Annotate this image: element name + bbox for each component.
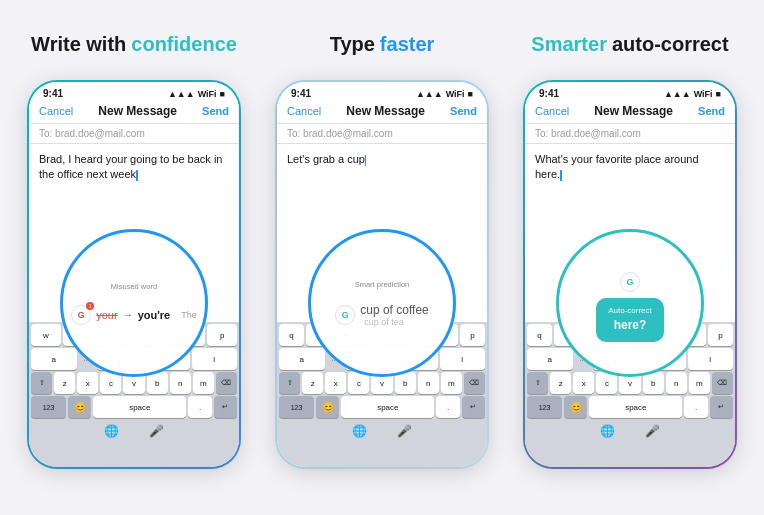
key-emoji-2[interactable]: 😊: [316, 396, 339, 418]
key-n3[interactable]: n: [666, 372, 687, 394]
key-return-2[interactable]: ↵: [462, 396, 485, 418]
autocorrect-bubble: Auto-correct here?: [596, 298, 664, 342]
key-n1[interactable]: n: [170, 372, 191, 394]
key-return-1[interactable]: ↵: [214, 396, 237, 418]
panel-faster: Type faster 9:41 ▲▲▲ WiFi ■ Cancel New M…: [263, 18, 501, 469]
cursor-1: [136, 170, 138, 181]
key-n2[interactable]: n: [418, 372, 439, 394]
send-btn-2[interactable]: Send: [450, 105, 477, 117]
status-bar-2: 9:41 ▲▲▲ WiFi ■: [277, 82, 487, 101]
circle-overlay-2: Smart prediction G cup of coffee cup of …: [308, 229, 456, 377]
key-q2[interactable]: q: [279, 324, 304, 346]
cancel-btn-3[interactable]: Cancel: [535, 105, 569, 117]
globe-icon-2[interactable]: 🌐: [352, 424, 367, 438]
status-icons-2: ▲▲▲ WiFi ■: [416, 89, 473, 99]
key-l2[interactable]: l: [440, 348, 486, 370]
key-w[interactable]: w: [31, 324, 61, 346]
mic-icon-2[interactable]: 🎤: [397, 424, 412, 438]
key-x3[interactable]: x: [573, 372, 594, 394]
key-return-3[interactable]: ↵: [710, 396, 733, 418]
key-a1[interactable]: a: [31, 348, 77, 370]
key-del-3[interactable]: ⌫: [712, 372, 733, 394]
key-m1[interactable]: m: [193, 372, 214, 394]
panel-autocorrect: Smarter auto-correct 9:41 ▲▲▲ WiFi ■ Can…: [511, 18, 749, 469]
key-shift-1[interactable]: ⇧: [31, 372, 52, 394]
wrong-word-1: your: [96, 309, 117, 321]
key-emoji-1[interactable]: 😊: [68, 396, 91, 418]
to-field-1: To: brad.doe@mail.com: [29, 124, 239, 144]
key-emoji-3[interactable]: 😊: [564, 396, 587, 418]
battery-icon-3: ■: [716, 89, 721, 99]
globe-icon-1[interactable]: 🌐: [104, 424, 119, 438]
wifi-icon-1: WiFi: [198, 89, 217, 99]
key-q3[interactable]: q: [527, 324, 552, 346]
panel-title-3: Smarter auto-correct: [531, 18, 728, 70]
cancel-btn-2[interactable]: Cancel: [287, 105, 321, 117]
title-accent-2: faster: [380, 32, 434, 56]
mic-icon-3[interactable]: 🎤: [645, 424, 660, 438]
title-accent-1: confidence: [131, 32, 237, 56]
time-1: 9:41: [43, 88, 63, 99]
phone-2: 9:41 ▲▲▲ WiFi ■ Cancel New Message Send …: [277, 82, 487, 467]
key-m3[interactable]: m: [689, 372, 710, 394]
battery-icon-2: ■: [468, 89, 473, 99]
status-bar-1: 9:41 ▲▲▲ WiFi ■: [29, 82, 239, 101]
keyboard-wrap-3: G Auto-correct here? q w e: [525, 277, 735, 467]
key-m2[interactable]: m: [441, 372, 462, 394]
key-del-1[interactable]: ⌫: [216, 372, 237, 394]
signal-icon-3: ▲▲▲: [664, 89, 691, 99]
title-plain-1: Write with: [31, 32, 126, 56]
panel-title-2: Type faster: [330, 18, 435, 70]
keyboard-wrap-1: Misused word G 1 your → you're The: [29, 277, 239, 467]
grammarly-icon-3: G: [620, 272, 640, 292]
key-z1[interactable]: z: [54, 372, 75, 394]
mic-icon-1[interactable]: 🎤: [149, 424, 164, 438]
wifi-icon-3: WiFi: [694, 89, 713, 99]
status-icons-1: ▲▲▲ WiFi ■: [168, 89, 225, 99]
status-icons-3: ▲▲▲ WiFi ■: [664, 89, 721, 99]
key-del-2[interactable]: ⌫: [464, 372, 485, 394]
key-space-2[interactable]: space: [341, 396, 434, 418]
key-nums-1[interactable]: 123: [31, 396, 66, 418]
phone-wrapper-2: 9:41 ▲▲▲ WiFi ■ Cancel New Message Send …: [275, 80, 489, 469]
wifi-icon-2: WiFi: [446, 89, 465, 99]
title-plain-2: Type: [330, 32, 375, 56]
key-period-2[interactable]: .: [436, 396, 459, 418]
key-space-1[interactable]: space: [93, 396, 186, 418]
key-row-2d: 123 😊 space . ↵: [279, 396, 485, 418]
key-period-3[interactable]: .: [684, 396, 707, 418]
time-2: 9:41: [291, 88, 311, 99]
send-btn-1[interactable]: Send: [202, 105, 229, 117]
key-period-1[interactable]: .: [188, 396, 211, 418]
key-p3[interactable]: p: [708, 324, 733, 346]
keyboard-wrap-2: Smart prediction G cup of coffee cup of …: [277, 277, 487, 467]
key-shift-2[interactable]: ⇧: [279, 372, 300, 394]
key-a2[interactable]: a: [279, 348, 325, 370]
globe-icon-3[interactable]: 🌐: [600, 424, 615, 438]
app-container: Write with confidence 9:41 ▲▲▲ WiFi ■ Ca…: [0, 0, 764, 515]
cancel-btn-1[interactable]: Cancel: [39, 105, 73, 117]
cursor-3: [560, 170, 562, 181]
phone-wrapper-3: 9:41 ▲▲▲ WiFi ■ Cancel New Message Send …: [523, 80, 737, 469]
key-a3[interactable]: a: [527, 348, 573, 370]
key-z2[interactable]: z: [302, 372, 323, 394]
key-x1[interactable]: x: [77, 372, 98, 394]
key-shift-3[interactable]: ⇧: [527, 372, 548, 394]
key-l[interactable]: l: [192, 348, 238, 370]
arrow-1: →: [123, 309, 133, 320]
key-nums-3[interactable]: 123: [527, 396, 562, 418]
phone-1: 9:41 ▲▲▲ WiFi ■ Cancel New Message Send …: [29, 82, 239, 467]
key-p[interactable]: p: [207, 324, 237, 346]
key-x2[interactable]: x: [325, 372, 346, 394]
send-btn-3[interactable]: Send: [698, 105, 725, 117]
smart-prediction-main: cup of coffee: [360, 303, 429, 317]
correction-row-1: your → you're The: [96, 309, 197, 321]
grammarly-wrap-2: G: [335, 305, 355, 325]
nav-bar-2: Cancel New Message Send: [277, 101, 487, 124]
key-nums-2[interactable]: 123: [279, 396, 314, 418]
key-z3[interactable]: z: [550, 372, 571, 394]
circle-overlay-1: Misused word G 1 your → you're The: [60, 229, 208, 377]
key-l3[interactable]: l: [688, 348, 734, 370]
key-p2[interactable]: p: [460, 324, 485, 346]
key-space-3[interactable]: space: [589, 396, 682, 418]
